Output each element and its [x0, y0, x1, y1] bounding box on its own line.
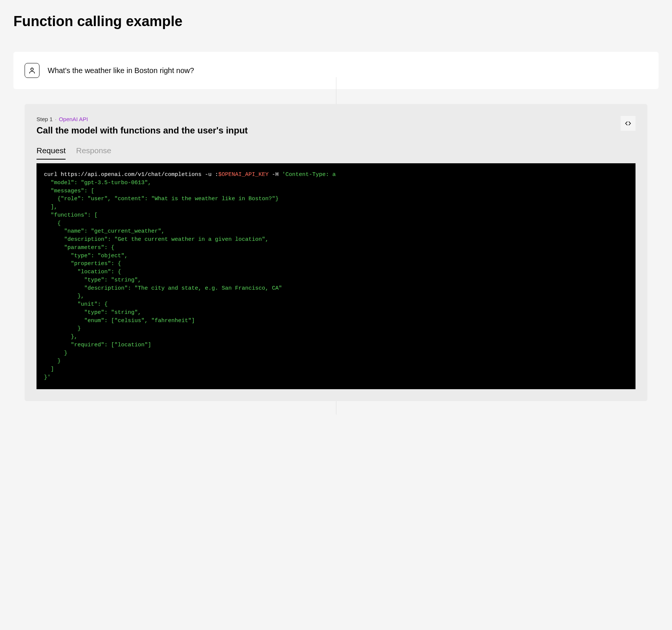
code-token: "unit": {: [44, 301, 108, 308]
code-token: "name": "get_current_weather",: [44, 228, 165, 234]
tab-response[interactable]: Response: [76, 146, 111, 160]
code-token: {: [44, 220, 61, 227]
user-message-text: What's the weather like in Boston right …: [48, 66, 194, 75]
code-token: "model": "gpt-3.5-turbo-0613",: [44, 180, 151, 186]
code-token: "type": "string",: [44, 309, 141, 316]
code-tabs: Request Response: [37, 146, 635, 160]
step-number: Step 1: [37, 116, 53, 122]
code-token: "location": {: [44, 269, 121, 275]
code-token: 'Content-Type: a: [282, 171, 336, 178]
code-token: },: [44, 293, 84, 299]
code-token: "functions": [: [44, 212, 98, 218]
step-card: Step 1 · OpenAI API Call the model with …: [25, 104, 647, 401]
code-token: "required": ["location"]: [44, 342, 151, 348]
code-token: "properties": {: [44, 261, 121, 267]
code-token: "type": "object",: [44, 253, 128, 259]
code-token: "enum": ["celsius", "fahrenheit"]: [44, 318, 195, 324]
code-token: }': [44, 374, 51, 381]
code-block: curl https://api.openai.com/v1/chat/comp…: [37, 163, 635, 389]
svg-point-0: [31, 68, 34, 70]
code-token: $OPENAI_API_KEY: [218, 171, 269, 178]
step-separator: ·: [55, 116, 57, 122]
page-title: Function calling example: [13, 13, 659, 29]
step-header: Step 1 · OpenAI API Call the model with …: [37, 116, 635, 136]
code-token: "description": "The city and state, e.g.…: [44, 285, 282, 292]
step-label-row: Step 1 · OpenAI API: [37, 116, 621, 122]
code-token: "description": "Get the current weather …: [44, 236, 269, 243]
code-token: curl https://api.openai.com/v1/chat/comp…: [44, 171, 218, 178]
step-api-label: OpenAI API: [59, 116, 88, 122]
tab-request[interactable]: Request: [37, 146, 66, 160]
code-token: }: [44, 350, 67, 356]
code-token: -H: [269, 171, 282, 178]
user-icon: [25, 63, 39, 78]
code-token: "parameters": {: [44, 245, 114, 251]
code-token: "type": "string",: [44, 277, 141, 283]
code-token: ]: [44, 366, 54, 372]
code-token: ],: [44, 204, 57, 210]
code-token: }: [44, 358, 61, 364]
code-icon[interactable]: [621, 116, 635, 131]
code-token: },: [44, 334, 77, 340]
code-token: {"role": "user", "content": "What is the…: [44, 196, 279, 202]
code-token: "messages": [: [44, 188, 94, 194]
step-title: Call the model with functions and the us…: [37, 125, 621, 136]
code-token: }: [44, 325, 81, 332]
